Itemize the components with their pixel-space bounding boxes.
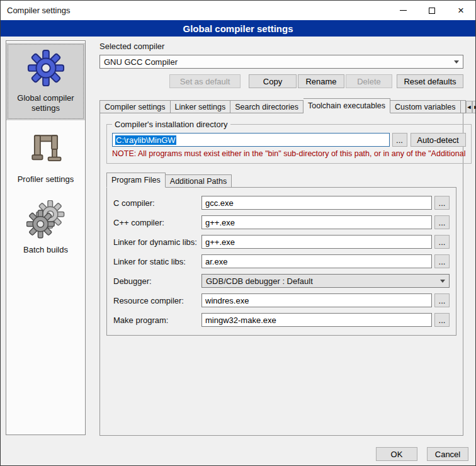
installation-directory-row: C:\raylib\MinGW ... Auto-detect	[112, 133, 466, 147]
copy-button[interactable]: Copy	[249, 74, 297, 88]
cpp-compiler-row: C++ compiler: ...	[113, 215, 450, 229]
resource-compiler-row: Resource compiler: ...	[113, 293, 450, 307]
settings-category-list: Global compiler settings	[6, 40, 86, 435]
debugger-label: Debugger:	[113, 276, 201, 286]
cpp-compiler-label: C++ compiler:	[113, 218, 201, 227]
static-linker-label: Linker for static libs:	[113, 257, 201, 266]
dialog-footer: OK Cancel	[1, 447, 475, 461]
bin-subdirectory-note: NOTE: All programs must exist either in …	[112, 149, 466, 158]
dynamic-linker-input[interactable]	[201, 235, 432, 249]
tab-custom-variables[interactable]: Custom variables	[390, 100, 461, 113]
minimize-icon	[400, 10, 407, 11]
arrow-right-icon: ►	[473, 104, 476, 110]
page-title: Global compiler settings	[1, 20, 475, 37]
rename-button[interactable]: Rename	[298, 74, 344, 88]
maximize-button[interactable]	[417, 1, 446, 20]
dynamic-linker-label: Linker for dynamic libs:	[113, 237, 201, 247]
sidebar-item-label: Profiler settings	[18, 174, 74, 185]
browse-static-linker-button[interactable]: ...	[434, 254, 450, 268]
c-compiler-label: C compiler:	[113, 198, 201, 208]
program-files-tabstrip: Program Files Additional Paths	[106, 173, 456, 188]
make-program-input[interactable]	[201, 313, 432, 327]
static-linker-row: Linker for static libs: ...	[113, 254, 450, 268]
tab-toolchain-executables[interactable]: Toolchain executables	[303, 98, 390, 113]
sidebar-item-batch-builds[interactable]: Batch builds	[6, 195, 85, 261]
close-button[interactable]: ×	[446, 1, 475, 20]
debugger-row: Debugger: GDB/CDB debugger : Default	[113, 274, 450, 288]
installation-directory-group-title: Compiler's installation directory	[112, 120, 230, 129]
selected-compiler-value: GNU GCC Compiler	[104, 57, 450, 67]
static-linker-input[interactable]	[201, 254, 432, 268]
compiler-actions-row: Set as default Copy Rename Delete Reset …	[99, 74, 463, 88]
toolchain-executables-panel: Compiler's installation directory C:\ray…	[99, 113, 463, 436]
browse-resource-compiler-button[interactable]: ...	[434, 293, 450, 307]
minimize-button[interactable]	[388, 1, 417, 20]
make-program-label: Make program:	[113, 315, 201, 325]
maximize-icon	[429, 8, 435, 14]
install-dir-input[interactable]: C:\raylib\MinGW	[112, 133, 390, 147]
delete-button[interactable]: Delete	[346, 74, 392, 88]
browse-c-compiler-button[interactable]: ...	[434, 196, 450, 210]
titlebar: Compiler settings ×	[1, 1, 475, 20]
program-files-panel: C compiler: ... C++ compiler: ... Linker…	[106, 187, 456, 336]
tab-linker-settings[interactable]: Linker settings	[171, 100, 231, 113]
compiler-settings-dialog: Compiler settings × Global compiler sett…	[0, 0, 476, 466]
sidebar-item-profiler-settings[interactable]: Profiler settings	[6, 124, 85, 191]
arrow-left-icon: ◄	[467, 104, 472, 110]
chevron-down-icon	[454, 60, 459, 64]
ok-button[interactable]: OK	[376, 447, 417, 461]
tab-build-options-truncated[interactable]: Buil	[461, 100, 466, 113]
tab-program-files[interactable]: Program Files	[106, 173, 166, 188]
c-compiler-input[interactable]	[201, 196, 432, 210]
c-compiler-row: C compiler: ...	[113, 196, 450, 210]
sidebar-item-label: Global compiler settings	[8, 93, 84, 114]
selected-compiler-label: Selected compiler	[99, 42, 463, 51]
tab-additional-paths[interactable]: Additional Paths	[166, 174, 232, 188]
set-as-default-button[interactable]: Set as default	[169, 74, 241, 88]
window-controls: ×	[388, 1, 475, 20]
tab-compiler-settings[interactable]: Compiler settings	[99, 100, 171, 113]
dynamic-linker-row: Linker for dynamic libs: ...	[113, 235, 450, 249]
browse-dynamic-linker-button[interactable]: ...	[434, 235, 450, 249]
browse-install-dir-button[interactable]: ...	[392, 133, 407, 147]
selected-compiler-dropdown[interactable]: GNU GCC Compiler	[99, 55, 463, 69]
cancel-button[interactable]: Cancel	[427, 447, 468, 461]
gray-gears-icon	[26, 200, 66, 240]
installation-directory-group: Compiler's installation directory C:\ray…	[106, 120, 472, 164]
settings-tabstrip: Compiler settings Linker settings Search…	[99, 98, 463, 113]
resource-compiler-input[interactable]	[201, 293, 432, 307]
blue-gear-icon	[26, 48, 66, 88]
sidebar-item-global-compiler-settings[interactable]: Global compiler settings	[6, 43, 85, 120]
debugger-dropdown[interactable]: GDB/CDB debugger : Default	[201, 274, 450, 288]
clamp-tool-icon	[26, 129, 66, 169]
auto-detect-button[interactable]: Auto-detect	[411, 133, 466, 147]
install-dir-selected-text: C:\raylib\MinGW	[115, 135, 176, 145]
make-program-row: Make program: ...	[113, 313, 450, 327]
browse-make-program-button[interactable]: ...	[434, 313, 450, 327]
browse-cpp-compiler-button[interactable]: ...	[434, 215, 450, 229]
reset-defaults-button[interactable]: Reset defaults	[397, 74, 463, 88]
chevron-down-icon	[440, 280, 445, 283]
tab-scroll-right-button[interactable]: ►	[472, 101, 476, 113]
global-compiler-settings-page: Selected compiler GNU GCC Compiler Set a…	[92, 40, 470, 436]
dialog-content: Global compiler settings	[1, 37, 475, 436]
close-icon: ×	[458, 5, 464, 16]
debugger-value: GDB/CDB debugger : Default	[206, 276, 436, 286]
tab-scroll-left-button[interactable]: ◄	[466, 101, 473, 113]
resource-compiler-label: Resource compiler:	[113, 296, 201, 305]
sidebar-item-label: Batch builds	[23, 245, 68, 255]
window-title: Compiler settings	[1, 6, 70, 15]
tab-search-directories[interactable]: Search directories	[230, 100, 303, 113]
cpp-compiler-input[interactable]	[201, 215, 432, 229]
